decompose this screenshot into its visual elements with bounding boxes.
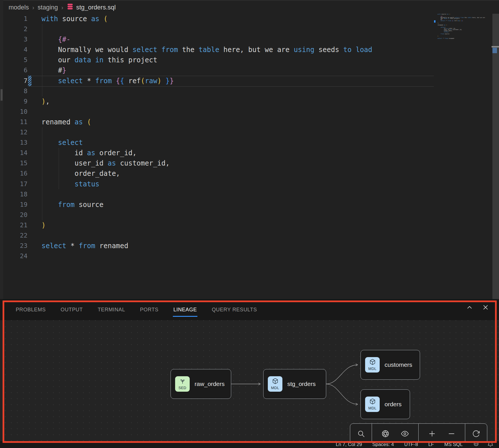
minimap[interactable]: 1with source as (23 {#-4 Normally we wou… <box>436 14 486 134</box>
code-editor[interactable]: 1with source as (23 {#-4 Normally we wou… <box>3 14 499 299</box>
node-type-badge: SED <box>175 376 190 392</box>
zoom-out-button[interactable] <box>445 428 458 441</box>
code-line: 9), <box>3 96 499 107</box>
code-line: 16 order_date, <box>3 168 499 179</box>
line-number: 3 <box>3 34 27 45</box>
refresh-button[interactable] <box>470 428 482 441</box>
code-line: 21) <box>3 220 499 230</box>
cube-icon <box>272 378 278 385</box>
code-line: 6 #} <box>3 65 499 75</box>
vscode-window: models › staging › stg_orders.sql 1with <box>0 0 499 448</box>
code-line: 11renamed as ( <box>3 117 499 127</box>
tab-ports[interactable]: PORTS <box>139 304 159 315</box>
tab-query-results[interactable]: QUERY RESULTS <box>211 304 258 315</box>
tab-lineage[interactable]: LINEAGE <box>173 304 197 315</box>
panel-close-button[interactable] <box>481 303 490 312</box>
line-number: 2 <box>3 24 27 34</box>
code-line: 3 {#- <box>3 34 499 45</box>
lineage-node-raw_orders[interactable]: SEDraw_orders <box>171 369 231 399</box>
lineage-node-stg_orders[interactable]: MDLstg_orders <box>263 369 326 399</box>
breadcrumb-file[interactable]: stg_orders.sql <box>67 3 116 12</box>
line-number: 1 <box>3 14 27 24</box>
close-icon <box>482 304 489 311</box>
line-number: 15 <box>3 158 27 168</box>
activity-bar-sliver <box>0 0 3 299</box>
breadcrumb: models › staging › stg_orders.sql <box>9 2 116 13</box>
line-number: 16 <box>3 168 27 179</box>
cube-icon <box>369 398 376 406</box>
line-number: 7 <box>3 76 27 86</box>
status-language-mode[interactable]: MS SQL <box>444 442 463 447</box>
overview-ruler-line <box>492 46 499 47</box>
search-icon <box>357 430 365 439</box>
status-encoding[interactable]: UTF-8 <box>404 442 418 447</box>
database-icon <box>67 3 74 12</box>
code-line: 22 <box>3 230 499 241</box>
line-number: 20 <box>3 210 27 220</box>
code-line: 17 status <box>3 179 499 189</box>
code-line: 20 <box>3 210 499 220</box>
seedling-icon <box>179 378 186 385</box>
minimap-modified-marker <box>434 20 435 23</box>
code-line: 4 Normally we would select from the tabl… <box>3 45 499 55</box>
code-line: 8 <box>3 86 499 96</box>
line-number: 21 <box>3 220 27 230</box>
node-label: orders <box>385 401 402 408</box>
breadcrumb-models[interactable]: models <box>9 4 29 11</box>
code-lines: 1with source as (23 {#-4 Normally we wou… <box>3 14 499 261</box>
code-line: 13 select <box>3 138 499 148</box>
bottom-panel: PROBLEMSOUTPUTTERMINALPORTSLINEAGEQUERY … <box>0 299 499 444</box>
copilot-icon[interactable] <box>473 441 479 448</box>
code-line: 24 <box>3 251 499 261</box>
line-number: 19 <box>3 200 27 210</box>
sidebar-scroll-thumb[interactable] <box>1 89 3 101</box>
bell-icon[interactable] <box>487 441 494 448</box>
code-line: 7 select * from {{ ref(raw) }} <box>3 76 499 86</box>
code-line: 2 <box>3 24 499 34</box>
code-line: 15 user_id as customer_id, <box>3 158 499 168</box>
line-number: 9 <box>3 96 27 107</box>
code-line: 14 id as order_id, <box>3 148 499 158</box>
line-number: 23 <box>3 241 27 251</box>
lineage-node-orders[interactable]: MDLorders <box>361 389 410 419</box>
status-bar: Ln 7, Col 29Spaces: 4UTF-8LFMS SQL <box>0 441 499 448</box>
line-number: 4 <box>3 45 27 55</box>
search-button[interactable] <box>355 428 367 441</box>
aperture-icon <box>381 430 389 439</box>
code-line: 18 <box>3 189 499 200</box>
line-number: 8 <box>3 86 27 96</box>
code-line: 1with source as ( <box>3 14 499 24</box>
chevron-up-icon <box>466 304 473 311</box>
lineage-edge-stg_orders-to-orders <box>326 384 358 404</box>
tab-output[interactable]: OUTPUT <box>60 304 84 315</box>
status-eol[interactable]: LF <box>428 442 434 447</box>
lineage-edge-stg_orders-to-customers <box>326 365 358 384</box>
code-line: 23select * from renamed <box>3 241 499 251</box>
lineage-node-customers[interactable]: MDLcustomers <box>361 350 420 380</box>
tab-problems[interactable]: PROBLEMS <box>15 304 46 315</box>
tab-terminal[interactable]: TERMINAL <box>97 304 126 315</box>
node-label: stg_orders <box>287 381 316 387</box>
node-label: customers <box>385 361 412 368</box>
line-number: 13 <box>3 138 27 148</box>
aperture-button[interactable] <box>379 428 392 441</box>
panel-tab-bar: PROBLEMSOUTPUTTERMINALPORTSLINEAGEQUERY … <box>0 299 499 320</box>
panel-maximize-button[interactable] <box>465 303 474 312</box>
line-number: 10 <box>3 107 27 117</box>
node-type-badge: MDL <box>268 376 282 392</box>
zoom-in-button[interactable] <box>426 428 438 441</box>
overview-ruler-modified-marker <box>492 48 497 53</box>
lineage-canvas[interactable]: SEDraw_ordersMDLstg_ordersMDLcustomersMD… <box>0 320 499 444</box>
code-line: 10 <box>3 107 499 117</box>
node-type-badge: MDL <box>365 357 380 373</box>
eye-button[interactable] <box>399 428 411 441</box>
line-number: 17 <box>3 179 27 189</box>
line-number: 24 <box>3 251 27 261</box>
code-line: 12 <box>3 127 499 138</box>
status-cursor-position[interactable]: Ln 7, Col 29 <box>336 442 362 447</box>
breadcrumb-separator: › <box>32 4 34 11</box>
scrollbar[interactable] <box>492 14 499 299</box>
status-indentation[interactable]: Spaces: 4 <box>372 442 394 447</box>
line-number: 22 <box>3 230 27 241</box>
breadcrumb-staging[interactable]: staging <box>38 4 58 11</box>
